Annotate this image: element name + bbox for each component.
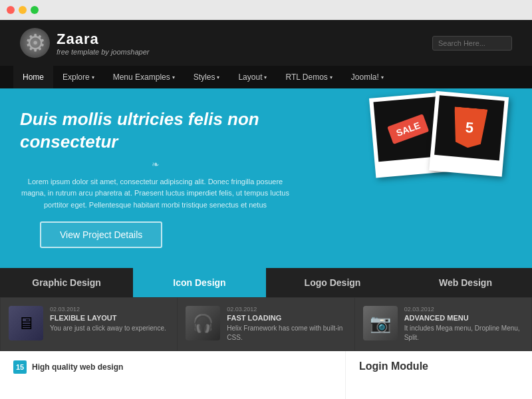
feature-date-fast: 02.03.2012 <box>227 306 346 313</box>
hero-text: Lorem ipsum dolor sit amet, consectetur … <box>20 176 291 211</box>
website: Zaara free template by joomshaper Home E… <box>0 20 532 399</box>
logo-gear-icon <box>20 28 50 58</box>
hero-images: SALE 5 <box>372 95 519 175</box>
hero-content: Duis mollis ultricies felis non consecte… <box>20 108 291 248</box>
feature-card-flexible: 02.03.2012 FLEXIBLE LAYOUT You are just … <box>1 298 177 350</box>
polaroid-inner-2: 5 <box>434 95 504 160</box>
feature-info-flexible: 02.03.2012 FLEXIBLE LAYOUT You are just … <box>50 306 169 333</box>
logo-title: Zaara <box>57 31 149 48</box>
nav-item-menu-examples[interactable]: Menu Examples ▾ <box>104 66 184 88</box>
nav-item-styles[interactable]: Styles ▾ <box>184 66 229 88</box>
nav-item-rtl-demos[interactable]: RTL Demos ▾ <box>276 66 341 88</box>
chevron-down-icon: ▾ <box>330 74 332 80</box>
dot-green[interactable] <box>31 6 39 14</box>
chevron-down-icon: ▾ <box>172 74 175 80</box>
login-module-title: Login Module <box>359 360 519 372</box>
polaroid-2: 5 <box>429 91 509 177</box>
logo-text: Zaara free template by joomshaper <box>57 31 149 56</box>
monitor-icon <box>9 306 43 340</box>
hero-title: Duis mollis ultricies felis non consecte… <box>20 108 291 154</box>
browser-chrome <box>0 0 532 20</box>
view-project-button[interactable]: View Project Details <box>40 221 162 248</box>
feature-desc-advanced: It includes Mega menu, Dropline Menu, Sp… <box>404 324 523 342</box>
feature-date-advanced: 02.03.2012 <box>404 306 523 313</box>
html5-badge: 5 <box>451 106 487 149</box>
bottom-left: 15 High quality web design <box>0 351 346 399</box>
camera-icon <box>363 306 398 340</box>
tab-web-design[interactable]: Web Design <box>399 268 532 297</box>
hero-divider: ❧ <box>20 159 291 170</box>
bottom-section: 15 High quality web design Login Module <box>0 351 532 399</box>
tab-graphic-design[interactable]: Graphic Design <box>0 268 133 297</box>
chevron-down-icon: ▾ <box>381 74 384 80</box>
feature-card-fast: 02.03.2012 FAST LOADING Helix Framework … <box>178 298 354 350</box>
feature-card-advanced: 02.03.2012 ADVANCED MENU It includes Meg… <box>355 298 531 350</box>
bottom-right: Login Module <box>346 351 532 399</box>
bottom-left-text: High quality web design <box>32 362 123 372</box>
headphone-icon <box>186 306 220 340</box>
sale-tag: SALE <box>387 114 429 144</box>
nav-item-home[interactable]: Home <box>13 66 53 88</box>
site-header: Zaara free template by joomshaper <box>0 20 532 66</box>
design-tabs: Graphic Design Icon Design Logo Design W… <box>0 268 532 297</box>
hero-section: Duis mollis ultricies felis non consecte… <box>0 88 532 268</box>
nav-item-layout[interactable]: Layout ▾ <box>229 66 276 88</box>
feature-date-flexible: 02.03.2012 <box>50 306 169 313</box>
bottom-item-title: 15 High quality web design <box>13 360 332 374</box>
tab-icon-design[interactable]: Icon Design <box>133 268 266 297</box>
tab-logo-design[interactable]: Logo Design <box>266 268 399 297</box>
chevron-down-icon: ▾ <box>92 74 94 80</box>
feature-desc-flexible: You are just a click away to experience. <box>50 324 169 333</box>
logo-subtitle: free template by joomshaper <box>57 48 149 56</box>
feature-title-advanced: ADVANCED MENU <box>404 314 523 322</box>
chevron-down-icon: ▾ <box>217 74 219 80</box>
chevron-down-icon: ▾ <box>264 74 267 80</box>
feature-title-flexible: FLEXIBLE LAYOUT <box>50 314 169 322</box>
feature-desc-fast: Helix Framework has come with built-in C… <box>227 324 346 342</box>
feature-info-fast: 02.03.2012 FAST LOADING Helix Framework … <box>227 306 346 342</box>
bottom-number: 15 <box>13 360 27 374</box>
feature-title-fast: FAST LOADING <box>227 314 346 322</box>
feature-info-advanced: 02.03.2012 ADVANCED MENU It includes Meg… <box>404 306 523 342</box>
nav-item-joomla[interactable]: Joomla! ▾ <box>342 66 393 88</box>
nav-item-explore[interactable]: Explore ▾ <box>53 66 104 88</box>
feature-cards: 02.03.2012 FLEXIBLE LAYOUT You are just … <box>0 297 532 351</box>
main-nav: Home Explore ▾ Menu Examples ▾ Styles ▾ … <box>0 66 532 88</box>
dot-red[interactable] <box>7 6 15 14</box>
logo-area: Zaara free template by joomshaper <box>20 28 149 58</box>
search-input[interactable] <box>432 36 512 51</box>
dot-yellow[interactable] <box>19 6 27 14</box>
